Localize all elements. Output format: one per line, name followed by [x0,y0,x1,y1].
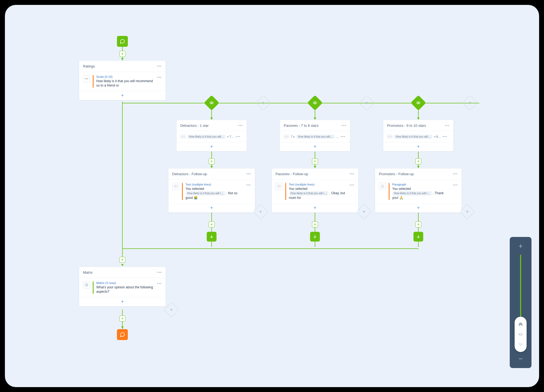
card-title: Matrix [83,270,92,274]
more-icon[interactable]: ••• [236,134,240,139]
branch-diamond[interactable] [411,95,426,111]
card-add[interactable]: + [375,203,462,212]
card-add[interactable]: + [79,297,166,306]
chevron-up-icon[interactable] [518,322,523,326]
branch-diamond[interactable] [204,95,220,111]
add-button[interactable]: + [119,51,125,57]
arrow-icon [314,118,316,119]
more-icon[interactable]: ••• [453,183,458,187]
condition-card[interactable]: Promotors - 9 to 10 stars ••• How likely… [383,120,454,152]
card-title: Passives - Follow-up [276,172,308,176]
more-icon[interactable]: ••• [453,172,458,176]
add-branch-diamond[interactable] [359,95,375,111]
add-branch-diamond[interactable] [462,95,478,111]
more-icon[interactable]: ••• [341,134,345,139]
card-header: Detractors - 1 star ••• [177,120,247,131]
chevron-down-icon[interactable] [518,342,523,346]
arrow-icon [121,326,124,328]
condition-card[interactable]: Detractors - 1 star ••• How likely is it… [176,120,247,152]
zoom-panel: + -□- − [510,237,531,368]
condition-card[interactable]: Passives - 7 to 8 stars ••• 7 ≤ How like… [280,120,350,152]
svg-rect-11 [388,136,391,137]
add-button[interactable]: + [119,257,125,263]
plus-icon: + [314,144,317,150]
question-text: You selected How likely is it that you w… [392,187,450,200]
add-button[interactable]: + [312,221,318,227]
more-icon[interactable]: ••• [157,270,162,274]
add-branch-diamond[interactable] [256,95,271,111]
scale-icon [83,75,90,82]
more-icon[interactable]: ••• [157,281,162,286]
card-add[interactable]: + [177,142,247,151]
arrow-icon [417,166,420,168]
jump-node[interactable] [413,232,423,242]
svg-rect-9 [285,136,288,137]
condition-op: … [336,135,339,138]
followup-card[interactable]: Promoters - Follow-up ••• Paragraph You … [375,168,462,213]
add-button[interactable]: + [209,158,215,164]
followup-card[interactable]: Passives - Follow-up ••• Text (multiple … [271,168,358,213]
zoom-slider-track[interactable]: -□- [520,255,521,350]
more-icon[interactable]: ••• [238,123,243,128]
add-button[interactable]: + [312,158,318,164]
card-add[interactable]: + [272,203,358,212]
add-branch-diamond[interactable] [460,204,475,220]
more-icon[interactable]: ••• [442,134,447,139]
accent [182,183,183,200]
arrow-icon [314,166,316,168]
card-add[interactable]: + [79,91,166,100]
question-text: You selected How likely is it that you w… [289,187,347,200]
add-button[interactable]: + [119,316,125,322]
card-body: 7 ≤ How likely is it that you will r… … … [280,131,350,142]
textarea-icon [276,183,283,190]
fit-icon[interactable]: -□- [518,332,523,336]
card-title: Promotors - 9 to 10 stars [387,124,426,128]
jump-node[interactable] [310,232,320,242]
followup-card[interactable]: Detractors - Follow-up ••• Text (multipl… [168,168,255,213]
scale-icon [387,135,392,138]
zoom-in-button[interactable]: + [518,240,523,252]
card-body: Scale (0-10) How likely is it that you w… [79,72,166,91]
card-body: Text (multiple lines) You selected How l… [168,180,255,203]
card-add[interactable]: + [280,142,350,151]
matrix-card[interactable]: Matrix ••• Matrix (3 rows) What's your o… [79,267,166,307]
card-header: Detractors - Follow-up ••• [168,168,255,180]
condition-op: < 7… [227,135,234,138]
svg-rect-13 [85,283,88,286]
add-button[interactable]: + [415,221,421,227]
more-icon[interactable]: ••• [341,123,346,128]
accent [285,183,286,200]
ratings-card[interactable]: Ratings ••• Scale (0-10) How likely is i… [79,60,166,100]
more-icon[interactable]: ••• [157,64,162,68]
add-branch-diamond[interactable] [253,204,268,220]
end-node[interactable] [117,329,128,340]
card-add[interactable]: + [383,142,453,151]
add-button[interactable]: + [209,221,215,227]
svg-rect-12 [381,185,384,188]
plus-icon: + [121,299,124,305]
jump-node[interactable] [207,232,217,242]
plus-icon: + [121,93,124,98]
card-add[interactable]: + [168,203,255,212]
zoom-navigator[interactable]: -□- [515,317,527,352]
flow-canvas[interactable]: + Ratings ••• Scale (0-10) How likely is… [5,5,539,387]
more-icon[interactable]: ••• [350,183,354,187]
more-icon[interactable]: ••• [350,172,354,176]
start-node[interactable] [117,36,128,47]
more-icon[interactable]: ••• [246,183,251,187]
card-title: Detractors - Follow-up [172,172,207,176]
question-text: You selected How likely is it that you w… [186,187,243,200]
card-body: How likely is it that you will r… < 7… •… [177,131,247,142]
more-icon[interactable]: ••• [445,123,450,128]
add-branch-diamond[interactable] [356,204,372,220]
arrow-icon [210,118,213,119]
question-text: What's your opinion about the following … [96,285,154,294]
more-icon[interactable]: ••• [157,75,162,79]
more-icon[interactable]: ••• [246,172,251,176]
add-branch-diamond[interactable] [164,302,179,318]
arrow-icon [121,58,124,60]
card-body: How likely is it that you will r… > 8… •… [383,131,453,142]
add-button[interactable]: + [415,158,421,164]
zoom-out-button[interactable]: − [518,353,523,365]
branch-diamond[interactable] [307,95,323,111]
